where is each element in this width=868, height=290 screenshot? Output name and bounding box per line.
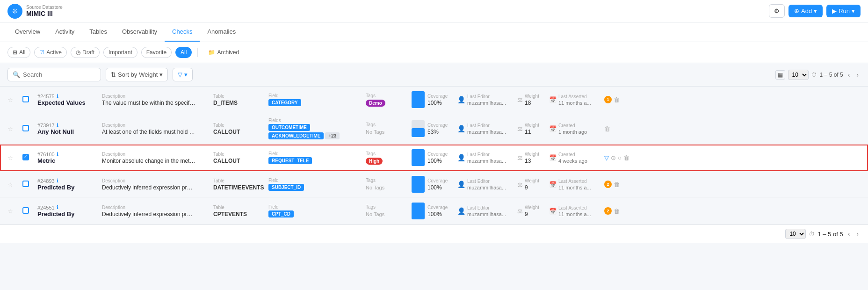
table-row[interactable]: ☆ #76100 ℹ Metric Description Monitor ab…: [0, 145, 868, 171]
settings-button[interactable]: ⚙: [769, 4, 785, 18]
rows-container: ☆ #24575 ℹ Expected Values Description T…: [0, 87, 868, 225]
row-checkbox[interactable]: [22, 181, 29, 187]
tab-anomalies[interactable]: Anomalies: [200, 22, 243, 42]
field-label: Field: [268, 93, 362, 98]
copy-row-icon[interactable]: ⊙: [611, 154, 616, 161]
filter-important[interactable]: Important: [103, 47, 137, 58]
info-icon[interactable]: ℹ: [57, 122, 58, 128]
archived-label: Archived: [217, 49, 239, 56]
filter-row-icon[interactable]: ▽: [604, 154, 609, 161]
col-bookmark: ☆: [7, 208, 19, 215]
bookmark-icon[interactable]: ☆: [7, 154, 13, 161]
table-label: Table: [213, 205, 265, 210]
field-badges: CATEGORY: [268, 99, 362, 106]
search-box[interactable]: 🔍: [7, 68, 101, 81]
filter-active[interactable]: ☑ Active: [34, 47, 67, 58]
next-page-top[interactable]: ›: [854, 70, 861, 80]
tab-checks[interactable]: Checks: [165, 22, 200, 42]
chevron-down-icon: ▾: [814, 7, 817, 14]
field-badge: ACKNOWLEDGETIME: [268, 132, 324, 139]
chevron-filter: ▾: [184, 71, 188, 78]
bookmark-icon[interactable]: ☆: [7, 125, 13, 132]
col-editor: 👤 Last Editor muzammilhasa...: [457, 152, 514, 164]
page-size-select-top[interactable]: 10 25 50: [788, 70, 809, 80]
tab-overview[interactable]: Overview: [7, 22, 48, 42]
filter-all-badge[interactable]: All: [175, 47, 192, 58]
filter-button[interactable]: ▽ ▾: [173, 68, 193, 81]
tag-badges: Demo: [366, 99, 408, 106]
asserted-label: Last Asserted: [558, 205, 591, 210]
col-actions: 2 🗑: [604, 181, 642, 188]
tags-label: Tags: [366, 122, 408, 127]
info-icon[interactable]: ℹ: [57, 204, 58, 210]
add-button[interactable]: ⊕ Add ▾: [788, 5, 823, 17]
col-asserted: 📅 Last Asserted 11 months a...: [549, 179, 600, 190]
tags-label: Tags: [366, 204, 408, 210]
prev-page-bottom[interactable]: ‹: [846, 229, 852, 239]
table-value: CALLOUT: [213, 158, 265, 164]
info-icon[interactable]: ℹ: [57, 178, 58, 184]
desc-value: The value must be within the specified l…: [102, 100, 195, 106]
brand-source-label: Source Datastore: [26, 5, 63, 10]
tab-activity[interactable]: Activity: [48, 22, 82, 42]
table-row[interactable]: ☆ #24575 ℹ Expected Values Description T…: [0, 87, 868, 113]
asserted-label: Last Asserted: [558, 94, 591, 99]
filter-bar: ⊞ All ☑ Active ◷ Draft Important Favorit…: [0, 42, 868, 63]
grid-view-icon[interactable]: ▦: [775, 70, 785, 80]
table-row[interactable]: ☆ #73917 ℹ Any Not Null Description At l…: [0, 113, 868, 145]
filter-all[interactable]: ⊞ All: [7, 47, 30, 58]
col-tags: Tags Demo: [366, 93, 408, 106]
search-input[interactable]: [23, 71, 96, 78]
coverage-fill: [412, 91, 425, 108]
clock-icon-bottom: ⏱: [809, 231, 815, 238]
row-checkbox[interactable]: [22, 207, 29, 214]
bookmark-icon[interactable]: ☆: [7, 96, 13, 103]
bookmark-icon[interactable]: ☆: [7, 181, 13, 188]
filter-favorite[interactable]: Favorite: [141, 47, 172, 58]
row-checkbox[interactable]: [22, 96, 29, 102]
tab-observability[interactable]: Observability: [115, 22, 165, 42]
tab-tables[interactable]: Tables: [82, 22, 115, 42]
sort-button[interactable]: ⇅ Sort by Weight ▾: [106, 68, 168, 81]
delete-row-icon[interactable]: 🗑: [614, 208, 620, 215]
archived-button[interactable]: 📁 Archived: [203, 47, 244, 58]
info-icon[interactable]: ℹ: [57, 93, 58, 99]
weight-value: 9: [525, 211, 539, 218]
coverage-value: 100%: [427, 100, 448, 106]
col-actions: 1 🗑: [604, 96, 642, 103]
desc-label: Description: [102, 205, 210, 210]
editor-label: Last Editor: [467, 179, 506, 184]
calendar-icon: 📅: [549, 208, 557, 215]
row-checkbox[interactable]: [22, 154, 29, 160]
run-button[interactable]: ▶ Run ▾: [826, 5, 861, 17]
col-description: Description The value must be within the…: [102, 94, 210, 106]
tag-badge: High: [366, 158, 383, 165]
info-icon[interactable]: ℹ: [57, 151, 58, 157]
delete-row-icon[interactable]: 🗑: [623, 154, 629, 161]
table-row[interactable]: ☆ #24551 ℹ Predicted By Description Dedu…: [0, 198, 868, 225]
coverage-bar: [412, 176, 425, 193]
coverage-fill: [412, 128, 425, 137]
circle-row-icon[interactable]: ○: [618, 154, 622, 161]
check-id-num: #24575: [37, 94, 55, 99]
row-checkbox[interactable]: [22, 125, 29, 131]
filter-icon: ▽: [178, 71, 182, 78]
page-size-select-bottom[interactable]: 10 25 50: [785, 229, 806, 239]
delete-row-icon[interactable]: 🗑: [614, 96, 620, 103]
col-editor: 👤 Last Editor muzammilhasa...: [457, 205, 514, 217]
bookmark-icon[interactable]: ☆: [7, 208, 13, 215]
weight-label: Weight: [525, 123, 539, 128]
table-label: Table: [213, 178, 265, 183]
table-container: ☆ #24575 ℹ Expected Values Description T…: [0, 87, 868, 225]
prev-page-top[interactable]: ‹: [846, 70, 852, 80]
col-tags: Tags No Tags: [366, 204, 408, 218]
col-bookmark: ☆: [7, 181, 19, 188]
coverage-label: Coverage: [427, 94, 448, 99]
col-asserted: 📅 Last Asserted 11 months a...: [549, 205, 600, 217]
next-page-bottom[interactable]: ›: [854, 229, 861, 239]
weight-icon: ⚖: [517, 181, 523, 188]
delete-row-icon[interactable]: 🗑: [614, 181, 620, 188]
table-row[interactable]: ☆ #24893 ℹ Predicted By Description Dedu…: [0, 171, 868, 198]
delete-row-icon[interactable]: 🗑: [604, 125, 610, 132]
filter-draft[interactable]: ◷ Draft: [71, 47, 100, 58]
